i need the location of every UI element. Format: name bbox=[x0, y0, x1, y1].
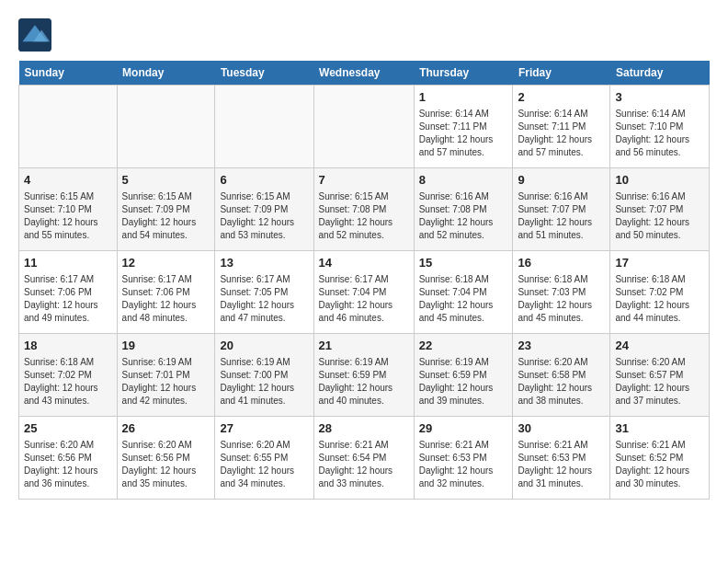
day-cell: 8Sunrise: 6:16 AM Sunset: 7:08 PM Daylig… bbox=[414, 168, 513, 251]
day-number: 15 bbox=[419, 255, 508, 271]
day-info: Sunrise: 6:18 AM Sunset: 7:02 PM Dayligh… bbox=[615, 273, 704, 325]
week-row-3: 11Sunrise: 6:17 AM Sunset: 7:06 PM Dayli… bbox=[19, 251, 710, 334]
day-cell: 3Sunrise: 6:14 AM Sunset: 7:10 PM Daylig… bbox=[610, 86, 710, 168]
header-wednesday: Wednesday bbox=[313, 61, 414, 86]
day-number: 16 bbox=[518, 255, 605, 271]
calendar-body: 1Sunrise: 6:14 AM Sunset: 7:11 PM Daylig… bbox=[19, 86, 710, 500]
day-info: Sunrise: 6:15 AM Sunset: 7:09 PM Dayligh… bbox=[220, 190, 308, 242]
day-number: 30 bbox=[518, 420, 605, 437]
day-number: 22 bbox=[419, 338, 508, 354]
day-cell: 11Sunrise: 6:17 AM Sunset: 7:06 PM Dayli… bbox=[19, 251, 118, 334]
day-number: 24 bbox=[615, 338, 704, 354]
day-number: 14 bbox=[319, 255, 409, 271]
day-info: Sunrise: 6:19 AM Sunset: 6:59 PM Dayligh… bbox=[319, 356, 409, 408]
day-number: 21 bbox=[319, 338, 409, 354]
day-number: 17 bbox=[615, 255, 704, 271]
day-number: 8 bbox=[419, 172, 508, 189]
day-number: 7 bbox=[319, 172, 409, 189]
day-cell: 10Sunrise: 6:16 AM Sunset: 7:07 PM Dayli… bbox=[610, 168, 710, 251]
day-info: Sunrise: 6:15 AM Sunset: 7:09 PM Dayligh… bbox=[122, 190, 210, 242]
day-cell: 27Sunrise: 6:20 AM Sunset: 6:55 PM Dayli… bbox=[215, 417, 313, 500]
day-info: Sunrise: 6:21 AM Sunset: 6:52 PM Dayligh… bbox=[615, 439, 704, 490]
day-cell: 24Sunrise: 6:20 AM Sunset: 6:57 PM Dayli… bbox=[610, 334, 710, 417]
day-cell: 1Sunrise: 6:14 AM Sunset: 7:11 PM Daylig… bbox=[414, 86, 513, 168]
day-info: Sunrise: 6:19 AM Sunset: 7:00 PM Dayligh… bbox=[220, 356, 308, 408]
day-number: 10 bbox=[615, 172, 704, 189]
day-cell: 2Sunrise: 6:14 AM Sunset: 7:11 PM Daylig… bbox=[513, 86, 610, 168]
day-number: 23 bbox=[518, 338, 605, 354]
day-number: 13 bbox=[220, 255, 308, 271]
day-cell: 15Sunrise: 6:18 AM Sunset: 7:04 PM Dayli… bbox=[414, 251, 513, 334]
day-info: Sunrise: 6:15 AM Sunset: 7:08 PM Dayligh… bbox=[319, 190, 409, 242]
day-info: Sunrise: 6:20 AM Sunset: 6:56 PM Dayligh… bbox=[122, 439, 210, 490]
day-number: 9 bbox=[518, 172, 605, 189]
header-monday: Monday bbox=[117, 61, 215, 86]
day-info: Sunrise: 6:20 AM Sunset: 6:57 PM Dayligh… bbox=[615, 356, 704, 408]
day-info: Sunrise: 6:19 AM Sunset: 6:59 PM Dayligh… bbox=[419, 356, 508, 408]
day-number: 1 bbox=[419, 89, 508, 106]
day-number: 6 bbox=[220, 172, 308, 189]
day-cell: 25Sunrise: 6:20 AM Sunset: 6:56 PM Dayli… bbox=[19, 417, 118, 500]
day-number: 4 bbox=[24, 172, 112, 189]
day-number: 27 bbox=[220, 420, 308, 437]
day-info: Sunrise: 6:18 AM Sunset: 7:03 PM Dayligh… bbox=[518, 273, 605, 325]
calendar-table: SundayMondayTuesdayWednesdayThursdayFrid… bbox=[18, 61, 710, 500]
day-info: Sunrise: 6:20 AM Sunset: 6:58 PM Dayligh… bbox=[518, 356, 605, 408]
day-cell bbox=[215, 86, 313, 168]
day-info: Sunrise: 6:21 AM Sunset: 6:54 PM Dayligh… bbox=[319, 439, 409, 490]
day-cell: 21Sunrise: 6:19 AM Sunset: 6:59 PM Dayli… bbox=[313, 334, 414, 417]
day-number: 20 bbox=[220, 338, 308, 354]
day-cell: 17Sunrise: 6:18 AM Sunset: 7:02 PM Dayli… bbox=[610, 251, 710, 334]
day-cell: 7Sunrise: 6:15 AM Sunset: 7:08 PM Daylig… bbox=[313, 168, 414, 251]
day-cell bbox=[117, 86, 215, 168]
page-header bbox=[18, 18, 710, 52]
day-number: 31 bbox=[615, 420, 704, 437]
day-info: Sunrise: 6:18 AM Sunset: 7:02 PM Dayligh… bbox=[24, 356, 112, 408]
calendar-header: SundayMondayTuesdayWednesdayThursdayFrid… bbox=[19, 61, 710, 86]
day-info: Sunrise: 6:17 AM Sunset: 7:06 PM Dayligh… bbox=[122, 273, 210, 325]
logo-icon bbox=[18, 18, 51, 52]
day-info: Sunrise: 6:14 AM Sunset: 7:10 PM Dayligh… bbox=[615, 108, 704, 159]
day-cell: 22Sunrise: 6:19 AM Sunset: 6:59 PM Dayli… bbox=[414, 334, 513, 417]
header-row: SundayMondayTuesdayWednesdayThursdayFrid… bbox=[19, 61, 710, 86]
day-info: Sunrise: 6:16 AM Sunset: 7:08 PM Dayligh… bbox=[419, 190, 508, 242]
day-cell: 12Sunrise: 6:17 AM Sunset: 7:06 PM Dayli… bbox=[117, 251, 215, 334]
day-number: 5 bbox=[122, 172, 210, 189]
header-tuesday: Tuesday bbox=[215, 61, 313, 86]
day-cell: 26Sunrise: 6:20 AM Sunset: 6:56 PM Dayli… bbox=[117, 417, 215, 500]
day-info: Sunrise: 6:16 AM Sunset: 7:07 PM Dayligh… bbox=[518, 190, 605, 242]
day-number: 26 bbox=[122, 420, 210, 437]
day-cell: 4Sunrise: 6:15 AM Sunset: 7:10 PM Daylig… bbox=[19, 168, 118, 251]
day-number: 2 bbox=[518, 89, 605, 106]
day-cell bbox=[19, 86, 118, 168]
day-info: Sunrise: 6:14 AM Sunset: 7:11 PM Dayligh… bbox=[518, 108, 605, 159]
day-cell: 9Sunrise: 6:16 AM Sunset: 7:07 PM Daylig… bbox=[513, 168, 610, 251]
day-number: 11 bbox=[24, 255, 112, 271]
logo bbox=[18, 18, 55, 52]
day-info: Sunrise: 6:21 AM Sunset: 6:53 PM Dayligh… bbox=[419, 439, 508, 490]
day-cell: 29Sunrise: 6:21 AM Sunset: 6:53 PM Dayli… bbox=[414, 417, 513, 500]
day-cell: 13Sunrise: 6:17 AM Sunset: 7:05 PM Dayli… bbox=[215, 251, 313, 334]
day-info: Sunrise: 6:17 AM Sunset: 7:04 PM Dayligh… bbox=[319, 273, 409, 325]
day-number: 29 bbox=[419, 420, 508, 437]
day-cell: 14Sunrise: 6:17 AM Sunset: 7:04 PM Dayli… bbox=[313, 251, 414, 334]
week-row-4: 18Sunrise: 6:18 AM Sunset: 7:02 PM Dayli… bbox=[19, 334, 710, 417]
week-row-1: 1Sunrise: 6:14 AM Sunset: 7:11 PM Daylig… bbox=[19, 86, 710, 168]
day-number: 12 bbox=[122, 255, 210, 271]
day-cell: 19Sunrise: 6:19 AM Sunset: 7:01 PM Dayli… bbox=[117, 334, 215, 417]
day-info: Sunrise: 6:14 AM Sunset: 7:11 PM Dayligh… bbox=[419, 108, 508, 159]
day-cell: 31Sunrise: 6:21 AM Sunset: 6:52 PM Dayli… bbox=[610, 417, 710, 500]
day-cell: 20Sunrise: 6:19 AM Sunset: 7:00 PM Dayli… bbox=[215, 334, 313, 417]
header-saturday: Saturday bbox=[610, 61, 710, 86]
day-info: Sunrise: 6:16 AM Sunset: 7:07 PM Dayligh… bbox=[615, 190, 704, 242]
day-number: 18 bbox=[24, 338, 112, 354]
day-cell: 6Sunrise: 6:15 AM Sunset: 7:09 PM Daylig… bbox=[215, 168, 313, 251]
week-row-2: 4Sunrise: 6:15 AM Sunset: 7:10 PM Daylig… bbox=[19, 168, 710, 251]
day-cell bbox=[313, 86, 414, 168]
day-info: Sunrise: 6:17 AM Sunset: 7:05 PM Dayligh… bbox=[220, 273, 308, 325]
day-number: 19 bbox=[122, 338, 210, 354]
day-cell: 23Sunrise: 6:20 AM Sunset: 6:58 PM Dayli… bbox=[513, 334, 610, 417]
day-info: Sunrise: 6:21 AM Sunset: 6:53 PM Dayligh… bbox=[518, 439, 605, 490]
day-cell: 16Sunrise: 6:18 AM Sunset: 7:03 PM Dayli… bbox=[513, 251, 610, 334]
day-number: 25 bbox=[24, 420, 112, 437]
